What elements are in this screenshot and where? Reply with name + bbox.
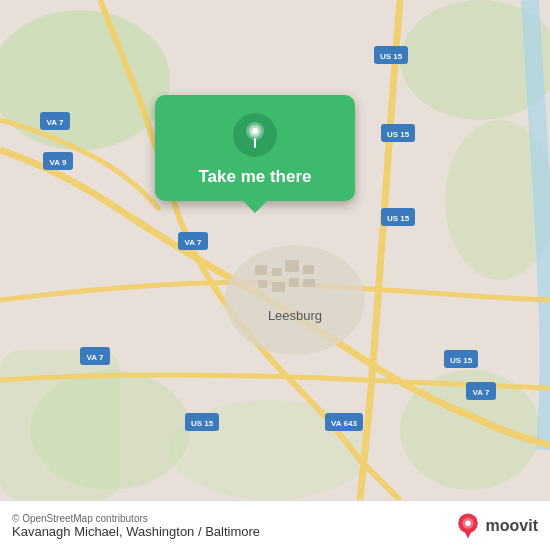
location-pin-icon: [233, 113, 277, 157]
map-svg: US 15 US 15 US 15 US 15 VA 7 VA 7 VA 7 V…: [0, 0, 550, 500]
location-label: Kavanagh Michael, Washington / Baltimore: [12, 524, 260, 539]
map-container: US 15 US 15 US 15 US 15 VA 7 VA 7 VA 7 V…: [0, 0, 550, 500]
svg-text:VA 7: VA 7: [185, 238, 202, 247]
svg-text:US 15: US 15: [380, 52, 403, 61]
svg-rect-12: [303, 265, 314, 274]
svg-rect-14: [272, 282, 285, 292]
bottom-info: © OpenStreetMap contributors Kavanagh Mi…: [12, 513, 260, 539]
svg-text:US 15: US 15: [387, 214, 410, 223]
take-me-there-label: Take me there: [198, 167, 311, 187]
svg-text:VA 7: VA 7: [47, 118, 64, 127]
svg-text:US 15: US 15: [450, 356, 473, 365]
svg-rect-16: [303, 279, 315, 287]
svg-text:Leesburg: Leesburg: [268, 308, 322, 323]
svg-text:US 15: US 15: [387, 130, 410, 139]
svg-rect-9: [255, 265, 267, 275]
svg-rect-13: [258, 280, 267, 288]
bottom-bar: © OpenStreetMap contributors Kavanagh Mi…: [0, 500, 550, 550]
svg-point-45: [465, 520, 471, 526]
osm-credit: © OpenStreetMap contributors: [12, 513, 260, 524]
moovit-icon: [454, 512, 482, 540]
svg-rect-6: [0, 350, 120, 500]
svg-rect-11: [285, 260, 299, 272]
svg-text:VA 7: VA 7: [473, 388, 490, 397]
moovit-text: moovit: [486, 517, 538, 535]
svg-point-42: [252, 128, 258, 134]
svg-text:VA 9: VA 9: [50, 158, 67, 167]
svg-text:VA 7: VA 7: [87, 353, 104, 362]
svg-rect-10: [272, 268, 282, 276]
take-me-there-popup[interactable]: Take me there: [155, 95, 355, 201]
moovit-logo: moovit: [454, 512, 538, 540]
svg-rect-15: [289, 278, 299, 287]
svg-text:VA 643: VA 643: [331, 419, 357, 428]
svg-text:US 15: US 15: [191, 419, 214, 428]
